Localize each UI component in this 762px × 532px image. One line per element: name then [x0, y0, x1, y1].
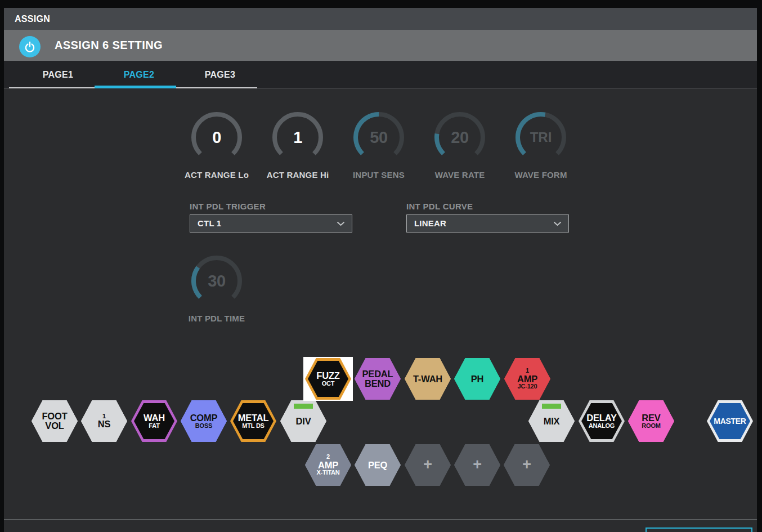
fx-block-name: WAH [144, 413, 165, 423]
int-pdl-trigger-select[interactable]: CTL 1 [190, 214, 352, 233]
fx-block-labels: WAHFAT [131, 400, 177, 442]
knob-act-range-hi[interactable]: 1ACT RANGE Hi [257, 109, 338, 180]
fx-block-rev[interactable]: REVROOM [628, 400, 674, 442]
fx-block-labels: 1NS [81, 400, 127, 442]
fx-block-name: METAL [238, 413, 269, 423]
fx-block-labels: COMPBOSS [181, 400, 227, 442]
int-pdl-trigger-value: CTL 1 [198, 215, 221, 232]
fx-block-ns[interactable]: 1NS [81, 400, 127, 442]
fx-block-labels: 1AMPJC-120 [504, 358, 550, 400]
fx-block-name: PEDAL [362, 369, 393, 379]
fx-block-name: FUZZ [316, 371, 339, 381]
fx-block-name: DIV [296, 417, 311, 426]
fx-block-name: PH [471, 374, 484, 384]
dialog-title: ASSIGN [15, 14, 50, 24]
fx-block-metal[interactable]: METALMTL DS [230, 400, 276, 442]
knob-value: 20 [432, 109, 488, 166]
fx-block-ph[interactable]: PH [454, 358, 500, 400]
fx-block-peq[interactable]: PEQ [355, 444, 401, 486]
fx-block-name-line2: VOL [45, 421, 64, 431]
fx-block-name: PEQ [368, 461, 387, 470]
chevron-down-icon [553, 221, 562, 226]
fx-block-name: COMP [190, 413, 218, 423]
fx-block-name: T-WAH [413, 374, 442, 384]
fx-block-type: X-TITAN [316, 470, 339, 476]
fx-block-type: MTL DS [242, 423, 265, 429]
int-pdl-curve-label: INT PDL CURVE [406, 202, 473, 211]
fx-block-labels: PH [454, 358, 500, 400]
fx-channel-number: 1 [526, 368, 529, 374]
knob-act-range-lo[interactable]: 0ACT RANGE Lo [176, 109, 257, 180]
fx-block-labels: + [504, 444, 550, 486]
fx-block-labels: 2AMPX-TITAN [305, 444, 351, 486]
fx-block-type: JC-120 [518, 383, 537, 390]
fx-block-master[interactable]: MASTER [707, 400, 753, 442]
fx-block-name: REV [642, 413, 660, 423]
fx-block-mix[interactable]: MIX [528, 400, 575, 442]
fx-block-pedal-bend[interactable]: PEDALBEND [355, 358, 401, 400]
footer-divider [4, 519, 757, 520]
fx-block-fuzz[interactable]: FUZZOCT [305, 358, 351, 400]
fx-block-labels: DIV [280, 400, 326, 442]
fx-block-labels: MIX [528, 400, 575, 442]
fx-block-type: ANALOG [589, 423, 615, 429]
knob-value: 0 [189, 109, 245, 166]
fx-block-name: MIX [544, 417, 560, 426]
fx-channel-number: 2 [326, 454, 330, 460]
fx-block-name-line2: BEND [365, 379, 391, 388]
fx-block-add-slot-1[interactable]: + [405, 444, 451, 486]
knob-value: 30 [189, 253, 245, 309]
tab-page1[interactable]: PAGE1 [17, 61, 98, 88]
fx-block-name: AMP [517, 374, 537, 384]
fx-block-labels: PEDALBEND [355, 358, 401, 400]
fx-block-comp[interactable]: COMPBOSS [181, 400, 227, 442]
panel-title: ASSIGN 6 SETTING [55, 30, 163, 61]
knob-label: ACT RANGE Lo [176, 170, 257, 180]
fx-block-labels: FUZZOCT [305, 358, 351, 400]
fx-block-type: FAT [149, 423, 159, 429]
knob-label: INPUT SENS [338, 170, 419, 180]
fx-block-type: BOSS [195, 423, 212, 429]
dialog-titlebar: ASSIGN [4, 8, 757, 30]
fx-block-delay[interactable]: DELAYANALOG [579, 400, 625, 442]
fx-block-type: OCT [322, 381, 335, 387]
fx-block-amp-1[interactable]: 1AMPJC-120 [504, 358, 550, 400]
assign-power-toggle[interactable] [19, 36, 41, 57]
fx-block-name: MASTER [714, 417, 746, 425]
fx-block-name: AMP [318, 461, 338, 470]
fx-block-labels: + [454, 444, 500, 486]
knob-value: 50 [351, 109, 407, 166]
plus-icon: + [423, 457, 432, 473]
fx-block-labels: METALMTL DS [230, 400, 276, 442]
knob-wave-rate: 20WAVE RATE [419, 109, 500, 180]
fx-block-labels: MASTER [707, 400, 753, 442]
fx-block-name: FOOT [42, 412, 67, 421]
tab-page2[interactable]: PAGE2 [98, 61, 180, 88]
knob-label: INT PDL TIME [176, 314, 257, 323]
fx-block-t-wah[interactable]: T-WAH [405, 358, 451, 400]
fx-block-labels: T-WAH [405, 358, 451, 400]
knob-label: ACT RANGE Hi [257, 170, 338, 180]
footer-action-button-partial[interactable] [646, 527, 752, 532]
active-tab-indicator [95, 86, 176, 88]
fx-block-add-slot-3[interactable]: + [504, 444, 550, 486]
knob-value: 1 [270, 109, 326, 166]
page-tabs: PAGE1 PAGE2 PAGE3 [4, 61, 757, 88]
knob-int-pdl-time: 30INT PDL TIME [176, 253, 257, 323]
fx-block-amp-2[interactable]: 2AMPX-TITAN [305, 444, 351, 486]
fx-block-foot-vol[interactable]: FOOTVOL [32, 400, 78, 442]
fx-block-div[interactable]: DIV [280, 400, 326, 442]
fx-block-add-slot-2[interactable]: + [454, 444, 500, 486]
fx-block-wah[interactable]: WAHFAT [131, 400, 177, 442]
knob-label: WAVE FORM [500, 170, 581, 180]
knob-value: TRI [513, 109, 569, 166]
tab-page3[interactable]: PAGE3 [180, 61, 261, 88]
fx-block-labels: FOOTVOL [32, 400, 78, 442]
fx-block-labels: DELAYANALOG [579, 400, 625, 442]
fx-block-labels: REVROOM [628, 400, 674, 442]
int-pdl-curve-select[interactable]: LINEAR [406, 214, 569, 233]
knob-wave-form: TRIWAVE FORM [500, 109, 581, 180]
plus-icon: + [522, 457, 531, 473]
assign-setting-dialog: ASSIGN ASSIGN 6 SETTING PAGE1 PAGE2 PAGE… [0, 0, 762, 532]
fx-block-type: ROOM [642, 423, 660, 429]
